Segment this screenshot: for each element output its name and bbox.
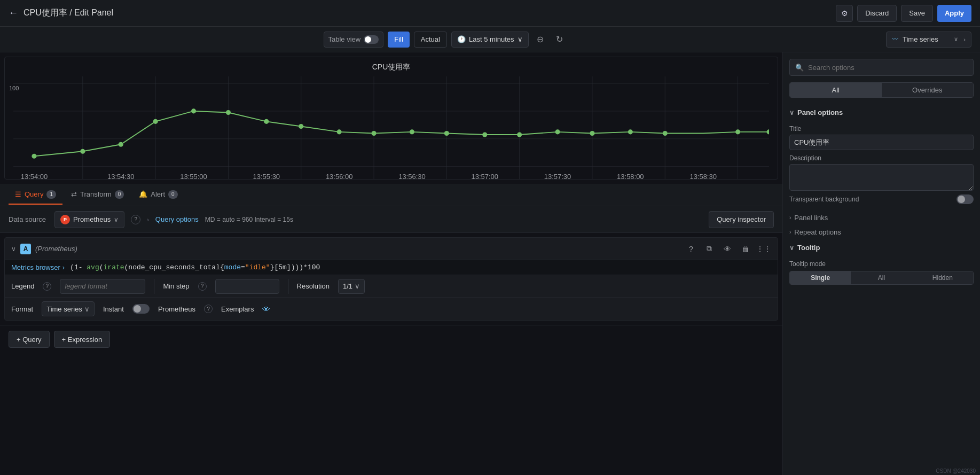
time-picker-chevron: ∨ [518,35,523,43]
legend-info-icon[interactable]: ? [43,282,51,291]
exemplars-eye-icon[interactable]: 👁 [262,305,270,314]
chart-svg-wrapper: 100 [5,74,778,180]
query-copy-button[interactable]: ⧉ [702,242,717,256]
viz-chevron-right: › [963,36,966,43]
fill-button[interactable]: Fill [388,32,410,48]
watermark: CSDN @242030 [936,468,976,474]
tooltip-hidden-button[interactable]: Hidden [912,271,973,284]
right-panel: 🔍 All Overrides ∨ Panel options Title De… [782,52,980,475]
format-label: Format [11,305,33,313]
time-range-picker[interactable]: 🕐 Last 5 minutes ∨ [451,32,529,48]
tab-transform[interactable]: ⇄ Transform 0 [65,185,130,205]
svg-point-22 [337,129,342,134]
toolbar-center: Table view Fill Actual 🕐 Last 5 minutes … [9,32,882,48]
minstep-label: Min step [163,282,189,290]
svg-point-19 [226,110,231,115]
query-letter: A [20,244,31,254]
panel-options-section: ∨ Panel options Title Description Transp… [783,104,980,211]
viz-selector[interactable]: 〰 Time series ∨ › [886,32,971,48]
query-collapse-icon[interactable]: ∨ [11,245,16,253]
svg-text:13:58:00: 13:58:00 [617,173,644,180]
svg-point-30 [628,129,633,134]
top-bar-right: ⚙ Discard Save Apply [836,5,971,22]
format-selector[interactable]: Time series ∨ [42,301,95,316]
search-box[interactable]: 🔍 [789,59,974,76]
svg-text:13:55:30: 13:55:30 [253,173,280,180]
panel-links-header[interactable]: › Panel links [783,211,980,225]
panel-options-label: Panel options [797,108,843,116]
refresh-button[interactable]: ↻ [552,32,567,47]
svg-text:13:56:30: 13:56:30 [398,173,425,180]
tooltip-single-button[interactable]: Single [790,271,851,284]
metrics-browser-button[interactable]: Metrics browser › [11,263,65,271]
datasource-chevron-down: ∨ [114,216,119,223]
tab-alert[interactable]: 🔔 Alert 0 [132,185,184,205]
query-inspector-button[interactable]: Query inspector [709,211,774,228]
svg-text:13:54:00: 13:54:00 [21,173,48,180]
query-icon: ☰ [15,190,21,198]
minstep-info-icon[interactable]: ? [198,282,207,291]
search-icon: 🔍 [795,64,804,72]
back-button[interactable]: ← [9,7,18,19]
query-help-button[interactable]: ? [684,242,699,256]
tooltip-chevron: ∨ [789,244,794,252]
query-drag-button[interactable]: ⋮⋮ [756,242,771,256]
query-eye-button[interactable]: 👁 [720,242,735,256]
svg-point-24 [410,129,414,134]
svg-point-23 [372,131,377,136]
instant-toggle[interactable] [132,304,150,314]
description-field-label: Description [789,154,974,162]
panel-links-label: Panel links [794,214,828,222]
datasource-info-icon[interactable]: ? [131,215,140,224]
chart-area: CPU使用率 100 [4,57,778,180]
resolution-selector[interactable]: 1/1 ∨ [338,279,365,294]
add-expression-button[interactable]: + Expression [54,331,111,348]
add-query-button[interactable]: + Query [9,331,50,348]
tooltip-header[interactable]: ∨ Tooltip [783,239,980,256]
tab-all[interactable]: All [790,83,882,97]
tooltip-label: Tooltip [797,244,820,252]
query-row-actions: ? ⧉ 👁 🗑 ⋮⋮ [684,242,771,256]
actual-button[interactable]: Actual [414,32,447,48]
instant-label: Instant [103,305,124,313]
tab-query[interactable]: ☰ Query 1 [9,185,62,205]
query-datasource-name: (Prometheus) [35,245,77,253]
table-view-toggle[interactable]: Table view [324,32,384,48]
minstep-input[interactable] [215,279,279,294]
table-view-switch[interactable] [364,35,379,44]
svg-point-15 [80,149,85,154]
panel-options-header[interactable]: ∨ Panel options [783,104,980,121]
center-panel: CPU使用率 100 [0,52,782,475]
title-input[interactable] [789,135,974,150]
format-chevron: ∨ [84,305,90,313]
prometheus-info-icon[interactable]: ? [204,305,213,313]
tab-query-label: Query [25,190,43,198]
query-options-chevron: › [147,216,149,223]
svg-point-20 [264,119,269,124]
datasource-selector[interactable]: P Prometheus ∨ [54,211,124,228]
query-options-button[interactable]: Query options [155,215,199,223]
search-input[interactable] [808,64,968,72]
apply-button[interactable]: Apply [937,5,971,22]
legend-format-input[interactable] [60,279,145,294]
tooltip-all-button[interactable]: All [851,271,912,284]
discard-button[interactable]: Discard [857,5,897,22]
query-options-detail: MD = auto = 960 Interval = 15s [205,216,293,223]
svg-text:13:55:00: 13:55:00 [180,173,207,180]
svg-point-17 [153,119,158,124]
tooltip-content: Tooltip mode Single All Hidden [783,260,980,289]
viz-chevron-down: ∨ [954,36,958,43]
prometheus-label: Prometheus [158,305,195,313]
description-textarea[interactable] [789,164,974,191]
query-trash-button[interactable]: 🗑 [738,242,753,256]
resolution-label: Resolution [297,282,330,290]
svg-text:13:58:30: 13:58:30 [689,173,716,180]
transparent-bg-toggle[interactable] [957,194,974,204]
save-button[interactable]: Save [901,5,933,22]
svg-point-18 [191,108,196,113]
tab-overrides[interactable]: Overrides [882,83,974,97]
settings-button[interactable]: ⚙ [836,5,853,22]
time-range-label: Last 5 minutes [469,35,514,43]
zoom-out-button[interactable]: ⊖ [533,32,548,47]
repeat-options-header[interactable]: › Repeat options [783,225,980,239]
